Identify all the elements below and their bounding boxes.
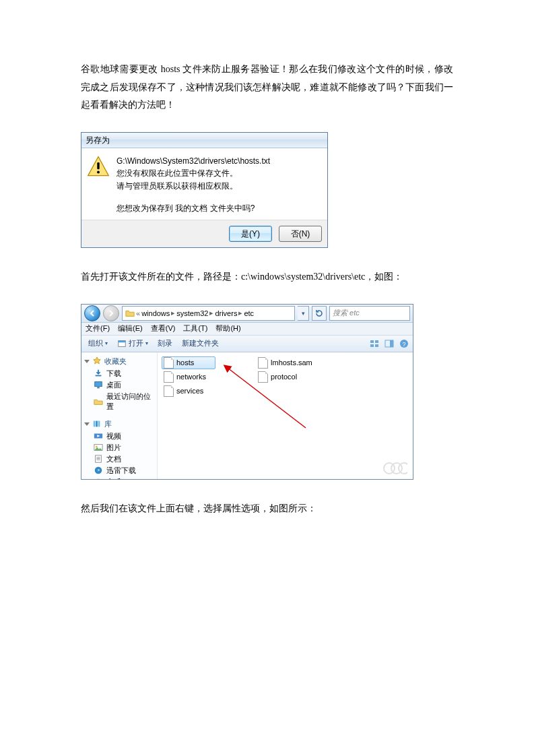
file-item-networks[interactable]: networks	[162, 371, 215, 383]
svg-rect-24	[96, 458, 100, 458]
file-item-protocol[interactable]: protocol	[256, 371, 322, 383]
svg-rect-5	[370, 340, 374, 343]
forward-button[interactable]	[103, 305, 119, 321]
paragraph-2: 首先打开该文件所在的文件，路径是：c:\windows\system32\dri…	[81, 268, 453, 286]
menu-bar: 文件(F) 编辑(E) 查看(V) 工具(T) 帮助(H)	[81, 323, 413, 336]
tree-item-pictures[interactable]: 图片	[81, 442, 157, 453]
address-dropdown[interactable]: ▾	[298, 306, 309, 321]
svg-rect-16	[94, 421, 96, 427]
warning-icon	[87, 155, 110, 178]
svg-rect-4	[119, 340, 126, 342]
menu-help[interactable]: 帮助(H)	[215, 323, 240, 334]
file-icon	[164, 371, 174, 383]
menu-edit[interactable]: 编辑(E)	[118, 323, 143, 334]
file-icon	[164, 385, 174, 397]
preview-pane-icon[interactable]	[385, 339, 394, 348]
command-bar: 组织▾ 打开▾ 刻录 新建文件夹 ?	[81, 336, 413, 352]
svg-rect-1	[97, 162, 99, 169]
search-placeholder: 搜索 etc	[333, 308, 360, 318]
svg-rect-18	[98, 421, 100, 427]
file-item-lmhosts[interactable]: lmhosts.sam	[256, 356, 322, 369]
svg-rect-6	[375, 340, 378, 343]
tree-item-desktop[interactable]: 桌面	[81, 379, 157, 391]
yes-button[interactable]: 是(Y)	[229, 226, 272, 242]
svg-rect-26	[96, 460, 100, 460]
video-icon	[94, 431, 103, 441]
menu-file[interactable]: 文件(F)	[86, 323, 110, 334]
menu-view[interactable]: 查看(V)	[151, 323, 176, 334]
music-icon	[94, 477, 103, 479]
tree-item-recent[interactable]: 最近访问的位置	[81, 391, 157, 412]
chevron-down-icon	[84, 360, 90, 363]
menu-tools[interactable]: 工具(T)	[183, 323, 207, 334]
svg-text:?: ?	[402, 341, 405, 348]
breadcrumb[interactable]: etc	[244, 309, 254, 317]
breadcrumb[interactable]: system32▸	[176, 309, 213, 317]
tree-item-music[interactable]: 音乐	[81, 476, 157, 479]
star-icon	[92, 356, 102, 366]
svg-rect-14	[95, 382, 102, 387]
tree-item-downloads[interactable]: 下载	[81, 368, 157, 379]
breadcrumb[interactable]: drivers▸	[215, 309, 242, 317]
dialog-path: G:\Windows\System32\drivers\etc\hosts.tx…	[116, 155, 270, 168]
explorer-window: « windows▸ system32▸ drivers▸ etc ▾ 搜索 e…	[81, 304, 413, 480]
breadcrumb[interactable]: windows▸	[141, 309, 175, 317]
dialog-button-row: 是(Y) 否(N)	[81, 220, 327, 247]
burn-button[interactable]: 刻录	[155, 337, 175, 350]
open-button[interactable]: 打开▾	[114, 337, 151, 350]
document-icon	[94, 454, 103, 464]
file-item-services[interactable]: services	[162, 385, 215, 398]
no-button[interactable]: 否(N)	[279, 226, 322, 242]
tree-item-videos[interactable]: 视频	[81, 431, 157, 442]
dialog-line2: 您没有权限在此位置中保存文件。	[116, 167, 270, 180]
open-icon	[117, 339, 127, 348]
xunlei-icon	[94, 466, 103, 475]
svg-rect-10	[390, 340, 393, 347]
svg-point-33	[399, 463, 407, 474]
search-input[interactable]: 搜索 etc	[329, 306, 410, 321]
save-as-dialog: 另存为 G:\Windows\System32\drivers\etc\host…	[81, 132, 328, 248]
download-icon	[94, 369, 103, 378]
folder-icon	[125, 309, 135, 318]
svg-rect-25	[96, 458, 100, 459]
svg-rect-13	[96, 375, 102, 377]
navigation-tree: 收藏夹 下载 桌面 最近访问的位置	[81, 352, 158, 479]
tree-item-xunlei[interactable]: 迅雷下载	[81, 465, 157, 476]
picture-icon	[94, 443, 103, 452]
dialog-text: G:\Windows\System32\drivers\etc\hosts.tx…	[116, 155, 270, 214]
svg-rect-8	[375, 344, 378, 347]
watermark	[383, 462, 407, 476]
desktop-icon	[94, 380, 103, 389]
svg-rect-17	[96, 421, 98, 427]
svg-point-2	[97, 170, 100, 173]
paragraph-1: 谷歌地球需要更改 hosts 文件来防止服务器验证！那么在我们修改这个文件的时候…	[81, 61, 453, 115]
dialog-line4: 您想改为保存到 我的文档 文件夹中吗?	[116, 202, 270, 215]
file-item-hosts[interactable]: hosts	[162, 356, 215, 369]
library-icon	[92, 419, 102, 429]
tree-item-documents[interactable]: 文档	[81, 453, 157, 465]
file-icon	[258, 357, 268, 369]
new-folder-button[interactable]: 新建文件夹	[179, 337, 222, 350]
organize-button[interactable]: 组织▾	[86, 337, 110, 350]
explorer-nav-row: « windows▸ system32▸ drivers▸ etc ▾ 搜索 e…	[81, 305, 413, 323]
dialog-title: 另存为	[81, 133, 327, 148]
help-icon[interactable]: ?	[399, 339, 409, 348]
file-list: hosts networks services	[158, 352, 413, 479]
paragraph-3: 然后我们在该文件上面右键，选择属性选项，如图所示：	[81, 500, 453, 518]
svg-rect-15	[97, 387, 100, 389]
favorites-section[interactable]: 收藏夹	[81, 355, 157, 368]
svg-rect-7	[370, 344, 374, 347]
libraries-section[interactable]: 库	[81, 418, 157, 431]
chevron-down-icon	[84, 422, 90, 426]
dialog-line3: 请与管理员联系以获得相应权限。	[116, 180, 270, 193]
view-options-icon[interactable]	[370, 339, 379, 348]
refresh-button[interactable]	[312, 306, 327, 321]
recent-icon	[94, 397, 103, 406]
address-bar[interactable]: « windows▸ system32▸ drivers▸ etc	[122, 306, 295, 321]
file-icon	[164, 357, 174, 369]
back-button[interactable]	[84, 305, 100, 321]
file-icon	[258, 371, 268, 383]
